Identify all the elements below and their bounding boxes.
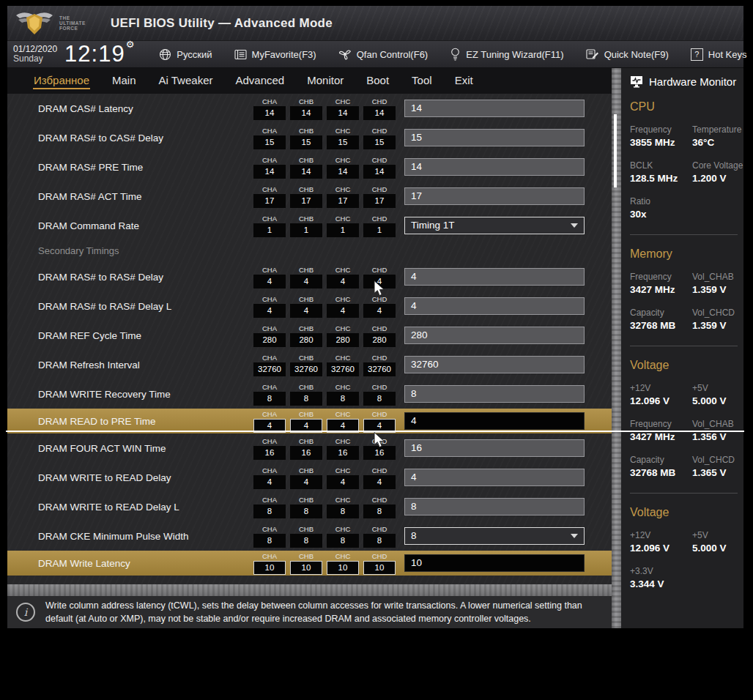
setting-input[interactable]: 280 — [404, 327, 585, 344]
channel-group: CHA10CHB10CHC10CHD10 — [253, 552, 396, 575]
channel-cell: CHD4 — [363, 295, 396, 318]
sensor: +5V5.000 V — [692, 383, 743, 408]
sensor-row: Capacity32768 MBVol_CHCD1.365 V — [630, 455, 743, 480]
channel-cell: CHD8 — [363, 525, 396, 548]
channel-label: CHC — [327, 97, 359, 105]
setting-input[interactable]: 10 — [404, 554, 585, 572]
toolbar-item-myfavorite-f3-[interactable]: MyFavorite(F3) — [234, 49, 316, 60]
setting-select[interactable]: 8 — [404, 527, 585, 545]
setting-input[interactable]: 4 — [404, 469, 585, 486]
channel-cell: CHA8 — [253, 525, 286, 548]
channel-label: CHD — [363, 466, 396, 474]
channel-cell: CHB4 — [290, 266, 322, 288]
channel-value: 280 — [253, 333, 286, 347]
channel-value: 15 — [327, 135, 359, 149]
tuf-emblem-icon — [13, 10, 56, 37]
channel-label: CHA — [253, 552, 286, 560]
tab-ai-tweaker[interactable]: Ai Tweaker — [158, 72, 214, 89]
channel-cell: CHC4 — [327, 410, 359, 433]
channel-value: 4 — [290, 275, 322, 288]
settings-panel: DRAM CAS# LatencyCHA14CHB14CHC14CHD1414D… — [7, 94, 612, 628]
sensor: Capacity32768 MB — [630, 308, 692, 332]
sensor: Frequency3855 MHz — [630, 124, 692, 149]
toolbar-item-ez-tuning-wizard-f11-[interactable]: EZ Tuning Wizard(F11) — [450, 48, 563, 61]
setting-input[interactable]: 4 — [404, 297, 585, 315]
channel-cell: CHB8 — [290, 525, 322, 548]
channel-label: CHA — [253, 410, 286, 418]
setting-input[interactable]: 14 — [404, 158, 585, 176]
setting-input[interactable]: 4 — [404, 412, 585, 430]
sensor: Ratio30x — [630, 196, 692, 221]
sensor-label: Vol_CHCD — [692, 308, 741, 319]
sensor-value: 1.359 V — [692, 319, 741, 332]
hardware-monitor-panel: Hardware Monitor CPUFrequency3855 MHzTem… — [621, 68, 743, 628]
channel-label: CHD — [363, 266, 396, 274]
channel-value: 8 — [327, 392, 359, 406]
toolbar-item-qfan-control-f6-[interactable]: Qfan Control(F6) — [338, 48, 429, 60]
tab--[interactable]: Избранное — [33, 72, 90, 89]
setting-input[interactable]: 15 — [404, 129, 585, 146]
sensor-value: 5.000 V — [692, 394, 741, 408]
gear-icon[interactable]: ⚙ — [126, 39, 136, 50]
channel-label: CHC — [327, 437, 359, 445]
channel-label: CHC — [327, 525, 359, 533]
channel-cell: CHD4 — [363, 466, 396, 489]
setting-input[interactable]: 4 — [404, 268, 585, 286]
sensor: Frequency3427 MHz — [630, 272, 692, 297]
time-display[interactable]: 12:19⚙ — [64, 41, 134, 67]
channel-label: CHC — [327, 496, 359, 504]
setting-input[interactable]: 14 — [404, 100, 585, 117]
channel-cell: CHA280 — [253, 324, 286, 347]
channel-cell: CHA10 — [253, 552, 286, 575]
channel-cell: CHC280 — [327, 324, 359, 347]
channel-label: CHB — [290, 127, 322, 135]
sensor-value: 1.365 V — [692, 466, 741, 480]
tab-monitor[interactable]: Monitor — [306, 72, 344, 89]
setting-input[interactable]: 8 — [404, 498, 585, 515]
tab-boot[interactable]: Boot — [366, 72, 390, 89]
channel-cell: CHB4 — [290, 466, 322, 489]
info-icon: i — [16, 603, 35, 622]
setting-input[interactable]: 16 — [404, 439, 585, 457]
channel-value: 4 — [290, 475, 322, 489]
channel-value: 1 — [253, 223, 286, 237]
tab-main[interactable]: Main — [111, 72, 137, 89]
setting-row: DRAM WRITE Recovery TimeCHA8CHB8CHC8CHD8… — [7, 379, 612, 409]
channel-value: 32760 — [327, 362, 359, 376]
channel-label: CHC — [327, 466, 359, 474]
tab-advanced[interactable]: Advanced — [234, 72, 285, 89]
toolbar-item-label: Hot Keys — [708, 49, 747, 60]
sensor-value: 1.359 V — [692, 283, 741, 297]
setting-input[interactable]: 32760 — [404, 356, 585, 373]
setting-input[interactable]: 8 — [404, 385, 585, 403]
toolbar-item-quick-note-f9-[interactable]: Quick Note(F9) — [586, 48, 669, 60]
tab-tool[interactable]: Tool — [411, 72, 433, 89]
channel-value: 10 — [363, 561, 396, 575]
scrollbar-thumb[interactable] — [614, 114, 617, 187]
toolbar-item-hot-keys[interactable]: ?Hot Keys — [691, 48, 747, 61]
date-display[interactable]: 01/12/2020 Sunday — [13, 45, 57, 64]
toolbar-item-label: Qfan Control(F6) — [357, 49, 429, 60]
sensor: +3.3V3.344 V — [630, 566, 692, 591]
sensor-label: Vol_CHCD — [692, 455, 741, 466]
channel-group: CHA1CHB1CHC1CHD1 — [253, 215, 396, 237]
toolbar-item--[interactable]: Русский — [159, 48, 212, 61]
channel-label: CHD — [363, 156, 396, 164]
tab-exit[interactable]: Exit — [454, 72, 474, 89]
sensor-value: 30x — [630, 207, 689, 221]
channel-value: 14 — [327, 165, 359, 179]
sensor-label: +3.3V — [630, 566, 689, 577]
chevron-down-icon — [571, 534, 578, 538]
mouse-cursor — [372, 432, 387, 448]
channel-value: 17 — [363, 194, 396, 208]
channel-value: 14 — [253, 165, 286, 179]
channel-group: CHA8CHB8CHC8CHD8 — [253, 496, 396, 518]
channel-label: CHC — [327, 127, 359, 135]
sensor: BCLK128.5 MHz — [630, 160, 692, 185]
channel-cell: CHC32760 — [327, 354, 359, 376]
channel-label: CHC — [327, 295, 359, 303]
channel-group: CHA8CHB8CHC8CHD8 — [253, 383, 396, 406]
setting-input[interactable]: 17 — [404, 187, 585, 205]
setting-select[interactable]: Timing 1T — [404, 217, 585, 234]
sensor-label: +5V — [692, 383, 741, 394]
